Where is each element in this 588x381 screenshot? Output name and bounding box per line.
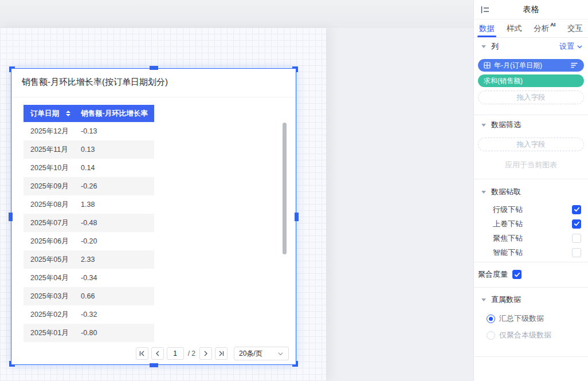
table-row[interactable]: 2025年11月0.13	[23, 140, 154, 159]
table-row[interactable]: 2025年10月0.14	[23, 159, 154, 177]
aggregate-measure-row: 聚合度量	[474, 269, 588, 280]
sort-asc-icon	[66, 111, 70, 113]
row-date: 2025年03月	[23, 292, 81, 301]
resize-handle-left[interactable]	[9, 213, 13, 221]
direct-data-section-header[interactable]: 直属数据	[478, 293, 584, 307]
last-page-icon	[218, 350, 225, 357]
radio	[487, 331, 495, 340]
row-date: 2025年08月	[23, 200, 81, 210]
table-widget-card[interactable]: 销售额-月环比增长率(按订单日期划分) 订单日期 销售额-月环比增长率 2025…	[11, 68, 296, 365]
resize-handle-top-left[interactable]	[9, 66, 15, 72]
resize-handle-right[interactable]	[295, 213, 299, 221]
drill-section-header[interactable]: 数据钻取	[478, 185, 584, 199]
table-row[interactable]: 2025年06月-0.20	[23, 232, 154, 250]
drill-option: 智能下钻	[493, 248, 581, 257]
chevron-down-icon	[277, 351, 284, 357]
aggregate-measure-label: 聚合度量	[478, 269, 508, 280]
drill-option-label: 聚焦下钻	[493, 233, 523, 243]
sort-icon[interactable]	[66, 111, 70, 116]
drill-option: 上卷下钻	[493, 219, 581, 229]
table-row[interactable]: 2025年01月-0.80	[23, 324, 154, 342]
row-date: 2025年01月	[23, 328, 81, 338]
section-title: 直属数据	[491, 294, 521, 305]
checkbox[interactable]	[572, 248, 581, 257]
table-row[interactable]: 2025年09月-0.26	[23, 177, 154, 195]
table-row[interactable]: 2025年12月-0.13	[23, 122, 154, 140]
chevron-down-icon	[577, 44, 583, 50]
table-widget[interactable]: 销售额-月环比增长率(按订单日期划分) 订单日期 销售额-月环比增长率 2025…	[11, 68, 296, 365]
settings-button[interactable]: 设置	[559, 41, 584, 52]
first-page-icon	[139, 350, 146, 357]
tab-label: 数据	[479, 23, 495, 34]
row-value: 1.38	[81, 201, 95, 209]
divider	[12, 97, 295, 97]
field-pill-measure[interactable]: 求和(销售额)	[478, 74, 584, 87]
radio-label: 仅聚合本级数据	[499, 330, 551, 340]
row-date: 2025年04月	[23, 273, 81, 283]
panel-tab[interactable]: 交互	[567, 19, 583, 37]
resize-handle-bottom[interactable]	[150, 363, 158, 367]
direct-data-radio-list: 汇总下级数据仅聚合本级数据	[478, 313, 584, 340]
filter-section-header[interactable]: 数据筛选	[478, 117, 584, 132]
current-page-input[interactable]: 1	[167, 347, 184, 360]
ai-badge: AI	[550, 22, 555, 28]
row-date: 2025年11月	[23, 145, 81, 155]
checkbox[interactable]	[572, 219, 581, 229]
check-icon	[514, 272, 520, 278]
resize-handle-top[interactable]	[150, 66, 158, 70]
field-label: 年-月(订单日期)	[494, 61, 542, 70]
drill-section: 数据钻取 行级下钻上卷下钻聚焦下钻智能下钻	[474, 185, 588, 257]
field-pill-dimension[interactable]: 年-月(订单日期)	[478, 59, 584, 72]
row-value: 0.13	[81, 146, 95, 154]
checkbox[interactable]	[572, 234, 581, 243]
radio-label: 汇总下级数据	[499, 313, 544, 324]
table-row[interactable]: 2025年04月-0.34	[23, 269, 154, 287]
prev-page-button[interactable]	[151, 347, 164, 360]
checkbox[interactable]	[572, 205, 581, 214]
next-page-button[interactable]	[199, 347, 212, 360]
tab-label: 样式	[507, 23, 522, 34]
column-header-label: 订单日期	[30, 109, 59, 119]
vertical-scrollbar[interactable]	[283, 123, 287, 254]
columns-section-header[interactable]: 列 设置	[478, 38, 584, 55]
drill-option-label: 智能下钻	[493, 248, 523, 258]
row-date: 2025年06月	[23, 237, 81, 246]
section-title: 数据钻取	[491, 187, 521, 197]
table-row[interactable]: 2025年02月-0.32	[23, 305, 154, 324]
column-header-date[interactable]: 订单日期	[23, 109, 81, 119]
caret-down-icon	[481, 124, 486, 127]
last-page-button[interactable]	[215, 347, 228, 360]
resize-handle-bottom-left[interactable]	[9, 361, 15, 367]
table-row[interactable]: 2025年07月-0.48	[23, 214, 154, 232]
aggregate-measure-checkbox[interactable]	[512, 270, 522, 279]
divider	[474, 262, 588, 262]
radio-option[interactable]: 汇总下级数据	[487, 313, 584, 324]
filter-drop-zone[interactable]: 拖入字段	[478, 138, 584, 151]
page-size-select[interactable]: 20条/页	[234, 347, 289, 360]
resize-handle-top-right[interactable]	[292, 66, 298, 72]
radio-option[interactable]: 仅聚合本级数据	[487, 330, 584, 340]
table-row[interactable]: 2025年08月1.38	[23, 195, 154, 214]
resize-handle-bottom-right[interactable]	[292, 361, 298, 367]
table-row[interactable]: 2025年05月2.33	[23, 250, 154, 269]
tab-label: 交互	[567, 23, 583, 34]
row-value: 0.66	[81, 292, 95, 300]
column-header-value[interactable]: 销售额-月环比增长率	[81, 109, 154, 119]
settings-label: 设置	[559, 41, 574, 52]
column-drop-zone[interactable]: 拖入字段	[478, 91, 584, 104]
chevron-right-icon	[202, 350, 209, 357]
tab-label: 分析	[534, 23, 549, 34]
row-value: -0.34	[81, 274, 97, 282]
panel-tab[interactable]: 数据	[479, 19, 495, 37]
table-row[interactable]: 2025年03月0.66	[23, 287, 154, 305]
drill-option: 行级下钻	[493, 205, 581, 214]
canvas-top-strip	[0, 0, 473, 28]
divider	[474, 179, 588, 179]
panel-tab[interactable]: 分析AI	[534, 19, 555, 37]
row-value: 2.33	[81, 256, 95, 264]
data-table: 订单日期 销售额-月环比增长率 2025年12月-0.132025年11月0.1…	[23, 105, 154, 342]
panel-tab[interactable]: 样式	[507, 19, 522, 37]
first-page-button[interactable]	[136, 347, 148, 360]
divider	[474, 287, 588, 288]
field-sort-icon[interactable]	[571, 62, 578, 69]
